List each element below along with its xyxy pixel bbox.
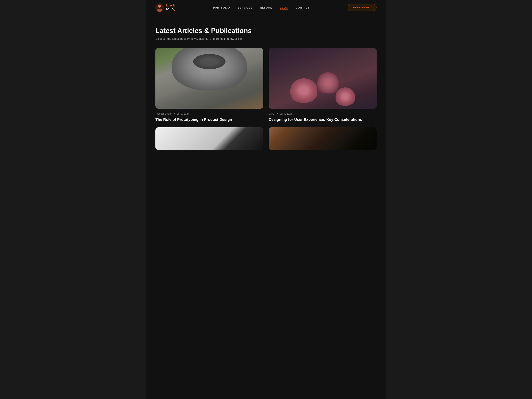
flower-decoration	[336, 87, 355, 106]
site-logo[interactable]: Brick folio.	[155, 3, 175, 12]
nav-contact[interactable]: CONTACT	[296, 6, 310, 9]
nav-blog[interactable]: BLOG	[280, 6, 288, 9]
article-card[interactable]	[269, 127, 377, 154]
article-thumbnail-circuit	[269, 127, 377, 150]
article-image	[269, 48, 377, 109]
main-content: Latest Articles & Publications Discover …	[146, 15, 386, 165]
article-date: Jul 4, 2024	[280, 113, 292, 115]
article-card[interactable]: UX/UI • Jul 4, 2024 Designing for User E…	[269, 48, 377, 122]
article-category: UX/UI	[269, 113, 275, 115]
article-card[interactable]: Product Design • Jul 8, 2024 The Role of…	[155, 48, 263, 122]
logo-folio: folio.	[166, 7, 175, 11]
article-image	[155, 127, 263, 150]
nav-links: PORTFOLIO SERVICES RESUME BLOG CONTACT	[213, 6, 310, 9]
article-title: The Role of Prototyping in Product Desig…	[155, 117, 263, 122]
article-meta: UX/UI • Jul 4, 2024	[269, 113, 377, 115]
free-remix-button[interactable]: FREE REMIX	[348, 4, 377, 11]
article-category: Product Design	[155, 113, 172, 115]
article-date: Jul 8, 2024	[177, 113, 189, 115]
section-title: Latest Articles & Publications	[155, 27, 377, 35]
article-thumbnail-koala	[155, 48, 263, 109]
article-image	[269, 127, 377, 150]
section-subtitle: Discover the latest industry news, insig…	[155, 37, 377, 40]
nav-resume[interactable]: RESUME	[260, 6, 272, 9]
article-thumbnail-flowers	[269, 48, 377, 109]
articles-grid-row2	[155, 127, 377, 154]
nav-services[interactable]: SERVICES	[238, 6, 253, 9]
articles-grid: Product Design • Jul 8, 2024 The Role of…	[155, 48, 377, 122]
logo-text: Brick folio.	[166, 4, 175, 12]
article-image	[155, 48, 263, 109]
logo-avatar	[155, 3, 164, 12]
svg-point-3	[158, 5, 161, 7]
article-meta: Product Design • Jul 8, 2024	[155, 113, 263, 115]
article-title: Designing for User Experience: Key Consi…	[269, 117, 377, 122]
article-thumbnail-device	[155, 127, 263, 150]
navbar: Brick folio. PORTFOLIO SERVICES RESUME B…	[146, 0, 386, 15]
nav-portfolio[interactable]: PORTFOLIO	[213, 6, 230, 9]
article-card[interactable]	[155, 127, 263, 154]
